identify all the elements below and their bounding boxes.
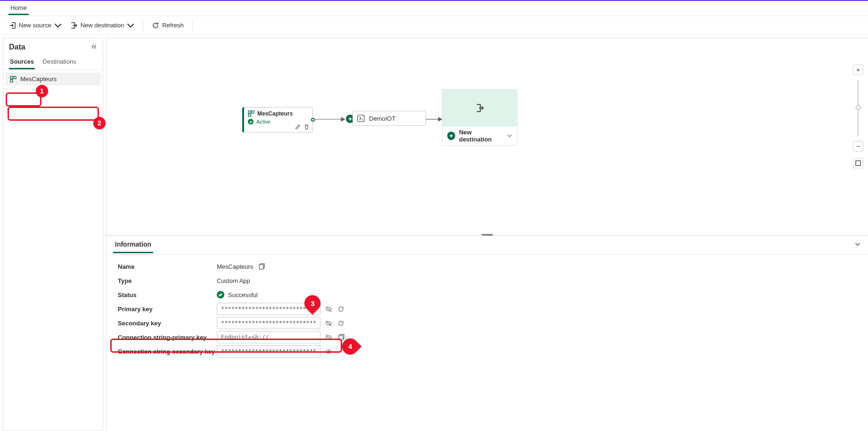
svg-marker-7 (341, 117, 345, 121)
primary-key-field[interactable] (217, 303, 320, 315)
import-icon (8, 22, 16, 29)
refresh-label: Refresh (162, 22, 184, 29)
new-source-button[interactable]: New source (8, 22, 62, 29)
stream-icon (10, 76, 16, 83)
chevron-down-icon (508, 133, 512, 138)
new-source-label: New source (19, 22, 51, 29)
stream-icon (248, 110, 254, 117)
svg-point-14 (328, 351, 329, 352)
info-name-label: Name (118, 263, 217, 270)
fit-icon (855, 160, 861, 166)
svg-rect-11 (856, 161, 860, 166)
reveal-conn-primary-button[interactable] (324, 333, 333, 341)
refresh-icon (337, 320, 344, 327)
zoom-controls: + − (853, 65, 863, 168)
export-icon (475, 103, 484, 113)
kql-icon (357, 114, 365, 123)
reveal-conn-secondary-button[interactable] (324, 347, 333, 356)
zoom-out-button[interactable]: − (853, 141, 863, 151)
copy-conn-primary-button[interactable] (336, 333, 345, 341)
svg-rect-1 (14, 76, 16, 79)
copy-icon (337, 334, 344, 341)
svg-rect-4 (252, 111, 254, 113)
primary-key-label: Primary key (118, 306, 217, 313)
svg-rect-13 (339, 335, 343, 340)
tab-information[interactable]: Information (113, 237, 153, 253)
chevron-down-icon (127, 22, 134, 29)
canvas-destination-placeholder: + New destination (442, 89, 517, 146)
canvas-transform-node[interactable]: DemoIOT (352, 111, 426, 126)
eye-off-icon (325, 334, 332, 341)
delete-icon[interactable] (303, 124, 310, 130)
svg-rect-2 (10, 80, 13, 82)
svg-rect-3 (248, 111, 251, 113)
data-panel-title: Data (9, 43, 25, 51)
edit-icon[interactable] (295, 124, 301, 130)
new-destination-label: New destination (81, 22, 124, 29)
refresh-button[interactable]: Refresh (152, 22, 184, 29)
source-node-status: Active (256, 119, 270, 124)
copy-icon (258, 263, 265, 270)
details-panel: Information Name MesCapteurs Type Custom… (106, 235, 868, 431)
info-type-label: Type (118, 277, 217, 284)
info-name-value: MesCapteurs (217, 263, 253, 270)
export-icon (70, 22, 78, 29)
data-panel-tabs: Sources Destinations (3, 53, 103, 70)
svg-rect-12 (259, 265, 263, 269)
chevron-down-icon (854, 240, 861, 248)
flow-canvas[interactable]: MesCapteurs Active + DemoIOT (106, 38, 868, 431)
regen-primary-key-button[interactable] (336, 305, 345, 313)
zoom-slider-track[interactable] (858, 80, 859, 136)
page-tab-row: Home (0, 1, 868, 16)
tab-destinations[interactable]: Destinations (41, 55, 77, 69)
new-destination-node-button[interactable]: + New destination (442, 126, 517, 145)
chevron-down-icon (54, 22, 62, 29)
flow-arrow (314, 116, 346, 122)
plus-icon: + (447, 132, 455, 140)
toolbar: New source New destination Refresh (0, 16, 868, 35)
svg-marker-10 (438, 117, 442, 121)
fit-view-button[interactable] (853, 158, 863, 168)
source-item-label: MesCapteurs (20, 75, 57, 83)
chevron-double-left-icon (90, 43, 97, 50)
source-item-mescapteurs[interactable]: MesCapteurs (5, 73, 101, 85)
data-panel: Data Sources Destinations MesCapteurs (3, 38, 103, 431)
info-status-value: Successful (228, 291, 258, 298)
new-destination-node-label: New destination (459, 129, 504, 143)
eye-icon (325, 348, 332, 355)
info-type-value: Custom App (217, 277, 250, 284)
status-success-icon (217, 291, 224, 298)
secondary-key-field[interactable] (217, 317, 320, 329)
canvas-source-node[interactable]: MesCapteurs Active (242, 107, 313, 133)
conn-primary-field[interactable] (217, 331, 320, 343)
conn-secondary-field[interactable] (217, 345, 320, 357)
refresh-icon (337, 306, 344, 313)
collapse-details-button[interactable] (854, 240, 861, 249)
reveal-secondary-key-button[interactable] (324, 319, 333, 327)
collapse-panel-button[interactable] (90, 43, 97, 51)
source-node-title: MesCapteurs (257, 110, 293, 117)
secondary-key-label: Secondary key (118, 320, 217, 327)
tab-sources[interactable]: Sources (9, 55, 35, 69)
output-port[interactable] (311, 118, 315, 122)
copy-name-button[interactable] (257, 262, 265, 271)
new-destination-button[interactable]: New destination (70, 22, 135, 29)
flow-arrow (426, 116, 443, 122)
panel-resize-handle[interactable] (482, 234, 493, 236)
svg-rect-0 (10, 76, 13, 79)
conn-secondary-label: Connection string-secondary key (118, 348, 217, 355)
eye-off-icon (325, 320, 332, 327)
transform-node-title: DemoIOT (369, 115, 395, 122)
zoom-slider-thumb[interactable] (856, 105, 860, 110)
zoom-in-button[interactable]: + (853, 65, 863, 75)
status-indicator-icon (248, 119, 254, 124)
toolbar-divider (192, 20, 193, 31)
eye-off-icon (325, 306, 332, 313)
conn-primary-label: Connection string-primary key (118, 334, 217, 341)
tab-home[interactable]: Home (8, 1, 29, 15)
reveal-primary-key-button[interactable] (324, 305, 333, 313)
destination-drop-zone[interactable] (442, 90, 517, 126)
regen-secondary-key-button[interactable] (336, 319, 345, 327)
svg-rect-5 (248, 114, 251, 116)
toolbar-divider (143, 20, 143, 31)
